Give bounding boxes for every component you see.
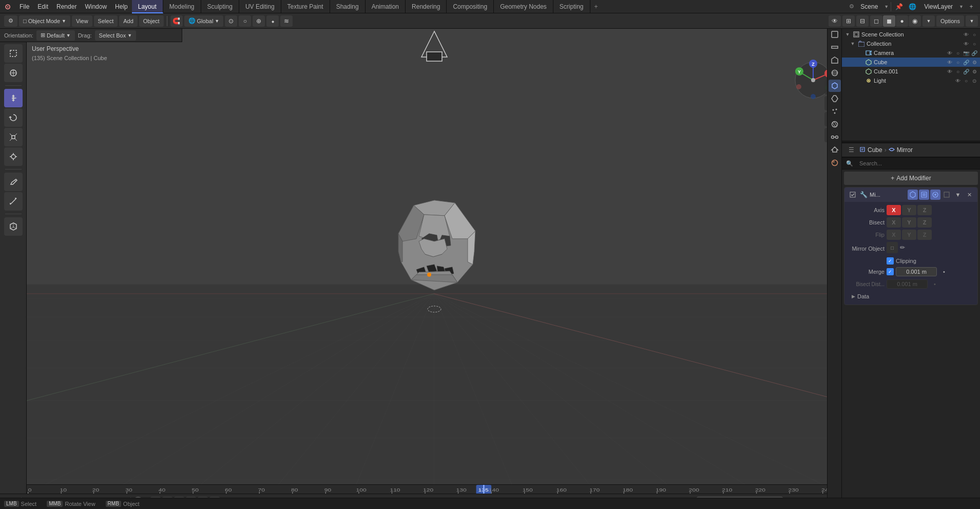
gizmo-icon[interactable]: ⊞ [842, 15, 855, 27]
cube-eye-btn[interactable]: 👁 [946, 59, 953, 66]
wireframe-shading[interactable]: ◻ [870, 15, 882, 27]
add-menu[interactable]: Add [119, 15, 138, 27]
mod-edit-mode-icon[interactable] [941, 190, 952, 200]
bisect-y-btn[interactable]: Y [902, 217, 916, 228]
light-eye-btn[interactable]: 👁 [954, 77, 962, 84]
move-tool[interactable] [4, 89, 23, 107]
tab-animation[interactable]: Animation [366, 0, 406, 13]
rotate-tool[interactable] [4, 108, 23, 127]
snap-toggle-icon[interactable]: ⊕ [253, 15, 265, 27]
viewport-options[interactable]: ▼ [923, 15, 935, 27]
outliner-item-collection[interactable]: ▼ Collection 👁 ○ [842, 39, 980, 48]
transform-tool[interactable] [4, 147, 23, 166]
mod-close-btn[interactable]: ✕ [964, 190, 974, 200]
cam-render-btn[interactable]: 📷 [963, 49, 970, 56]
annotate-tool[interactable] [4, 173, 23, 191]
select-menu[interactable]: Select [94, 15, 118, 27]
bisect-dist-input[interactable] [887, 279, 928, 289]
flip-z-btn[interactable]: Z [917, 230, 932, 240]
tab-geometry-nodes[interactable]: Geometry Nodes [494, 0, 553, 13]
add-modifier-btn[interactable]: + Add Modifier [844, 172, 978, 185]
flip-y-btn[interactable]: Y [902, 230, 916, 240]
properties-search-input[interactable] [855, 157, 976, 169]
tab-compositing[interactable]: Compositing [447, 0, 494, 13]
outliner-item-light[interactable]: Light 👁 ○ ⊙ [842, 76, 980, 85]
axis-x-btn[interactable]: X [887, 205, 901, 215]
rendered-shading[interactable]: ◉ [909, 15, 921, 27]
props-modifier-btn[interactable] [829, 92, 841, 105]
proportional-edit-icon[interactable]: ○ [239, 15, 251, 27]
props-scene-btn[interactable] [829, 54, 841, 66]
mode-selector[interactable]: □ Object Mode ▼ [19, 15, 70, 27]
menu-help[interactable]: Help [111, 0, 132, 13]
props-material-btn[interactable] [829, 157, 841, 169]
cube001-link-btn[interactable]: 🔗 [963, 68, 970, 75]
scene-eye-btn[interactable]: 👁 [963, 31, 970, 38]
bisect-z-btn[interactable]: Z [917, 217, 932, 228]
view-menu[interactable]: View [72, 15, 92, 27]
cube001-mod-btn[interactable]: ⚙ [971, 68, 978, 75]
props-constraints-btn[interactable] [829, 131, 841, 143]
view-layer-name[interactable]: ViewLayer [920, 0, 957, 13]
visibility-icon[interactable]: 👁 [829, 15, 841, 27]
light-circle-btn[interactable]: ⊙ [971, 77, 978, 84]
modifier-expand-checkbox[interactable] [848, 190, 858, 200]
coll-sel-btn[interactable]: ○ [971, 40, 978, 47]
flip-x-btn[interactable]: X [887, 230, 901, 240]
solid-shading[interactable]: ◼ [883, 15, 895, 27]
coll-eye-btn[interactable]: 👁 [963, 40, 970, 47]
transform-pivot-icon[interactable]: ⊙ [225, 15, 237, 27]
viewport[interactable]: User Perspective (135) Scene Collection … [27, 29, 841, 494]
object-menu[interactable]: Object [139, 15, 164, 27]
cursor-tool[interactable] [4, 64, 23, 82]
menu-window[interactable]: Window [81, 0, 111, 13]
add-cube-tool[interactable] [4, 217, 23, 236]
cam-sel-btn[interactable]: ○ [954, 49, 962, 56]
outliner-item-scene-collection[interactable]: ▼ Scene Collection 👁 ○ [842, 30, 980, 39]
add-view-layer-icon[interactable]: + [966, 1, 977, 12]
props-particles-btn[interactable] [829, 105, 841, 118]
cube001-eye-btn[interactable]: 👁 [946, 68, 953, 75]
cube001-sel-btn[interactable]: ○ [954, 68, 962, 75]
mod-expand-btn[interactable]: ▼ [953, 190, 963, 200]
modifier-data-section[interactable]: ▶ Data [849, 291, 973, 301]
cam-eye-btn[interactable]: 👁 [946, 49, 953, 56]
mod-render-icon[interactable] [930, 190, 940, 200]
merge-checkbox[interactable]: ✓ [887, 268, 894, 275]
merge-value-dots[interactable]: • [939, 267, 949, 277]
mirror-icon[interactable]: ≋ [280, 15, 293, 27]
tab-scripting[interactable]: Scripting [553, 0, 590, 13]
tab-sculpting[interactable]: Sculpting [201, 0, 239, 13]
tab-texture-paint[interactable]: Texture Paint [281, 0, 330, 13]
cube-mod-btn[interactable]: ⚙ [971, 59, 978, 66]
light-sel-btn[interactable]: ○ [963, 77, 970, 84]
snap-icon[interactable]: 🧲 [170, 15, 183, 27]
mod-mesh-icon[interactable] [908, 190, 918, 200]
props-object-btn[interactable] [829, 80, 841, 92]
select-tool[interactable] [4, 44, 23, 63]
tab-add[interactable]: + [590, 0, 602, 13]
scale-tool[interactable] [4, 128, 23, 146]
overlay-icon[interactable]: ⊟ [856, 15, 869, 27]
bisect-dist-dots[interactable]: • [930, 279, 940, 289]
timeline-ruler[interactable]: 0 10 20 30 40 50 60 70 80 90 100 110 120… [27, 484, 841, 494]
menu-file[interactable]: File [15, 0, 33, 13]
scene-sel-btn[interactable]: ○ [971, 31, 978, 38]
outliner-item-cube[interactable]: Cube 👁 ○ 🔗 ⚙ [842, 58, 980, 67]
options-btn[interactable]: Options [936, 15, 964, 27]
scene-name[interactable]: Scene [856, 0, 882, 13]
cube-link-btn[interactable]: 🔗 [963, 59, 970, 66]
cube-sel-btn[interactable]: ○ [954, 59, 962, 66]
pin-icon[interactable]: 📌 [893, 1, 905, 12]
tab-modeling[interactable]: Modeling [163, 0, 201, 13]
material-shading[interactable]: ● [896, 15, 908, 27]
mirror-object-edit-btn[interactable]: ✏ [900, 244, 905, 251]
props-output-btn[interactable] [829, 28, 841, 41]
props-physics-btn[interactable] [829, 118, 841, 130]
props-world-btn[interactable] [829, 67, 841, 79]
axis-z-btn[interactable]: Z [917, 205, 932, 215]
tab-uv-editing[interactable]: UV Editing [239, 0, 281, 13]
auto-keying-icon[interactable]: ⬥ [266, 15, 279, 27]
menu-edit[interactable]: Edit [33, 0, 52, 13]
clipping-checkbox[interactable]: ✓ [887, 257, 894, 265]
